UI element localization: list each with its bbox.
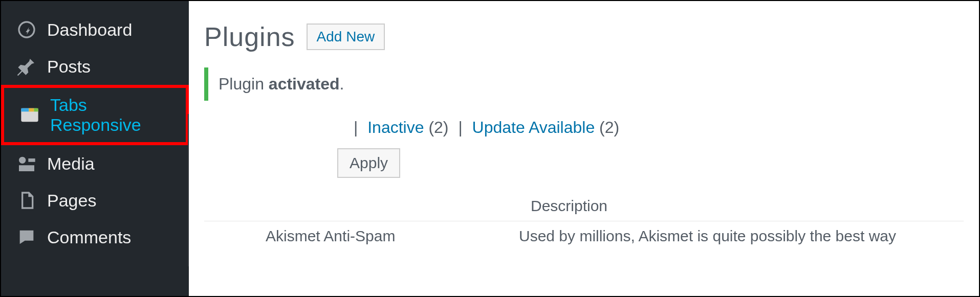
plugins-table-header: Description (204, 191, 964, 221)
sidebar-item-comments[interactable]: Comments (1, 219, 189, 256)
plugin-activated-notice: Plugin activated. (204, 67, 964, 101)
main-content: Plugins Add New Plugin activated. | Inac… (189, 1, 979, 296)
svg-rect-2 (29, 108, 34, 112)
sidebar-item-label: Tabs Responsive (50, 95, 171, 135)
admin-sidebar: Dashboard Posts Tabs Responsive Media Pa… (1, 1, 189, 296)
sidebar-item-dashboard[interactable]: Dashboard (1, 11, 189, 48)
column-description: Description (531, 197, 607, 215)
sidebar-item-tabs-responsive[interactable]: Tabs Responsive (1, 85, 189, 145)
comments-icon (15, 226, 38, 248)
page-header: Plugins Add New (204, 21, 964, 52)
svg-point-4 (19, 157, 26, 164)
pages-icon (15, 189, 38, 212)
dashboard-icon (15, 18, 38, 41)
sidebar-item-label: Media (47, 154, 95, 174)
filter-update-count: (2) (599, 118, 619, 136)
filter-inactive-count: (2) (428, 118, 448, 136)
sidebar-item-label: Posts (47, 57, 91, 77)
plugin-name[interactable]: Akismet Anti-Spam (266, 227, 519, 245)
filter-separator: | (453, 118, 467, 136)
sidebar-item-media[interactable]: Media (1, 145, 189, 182)
sidebar-item-label: Dashboard (47, 20, 132, 40)
svg-rect-1 (21, 108, 29, 112)
sidebar-item-posts[interactable]: Posts (1, 48, 189, 85)
media-icon (15, 152, 38, 175)
filter-separator: | (349, 118, 363, 136)
plugin-description: Used by millions, Akismet is quite possi… (519, 227, 964, 245)
sidebar-item-pages[interactable]: Pages (1, 182, 189, 219)
plugin-filter-links: | Inactive (2) | Update Available (2) (204, 118, 964, 137)
notice-text-prefix: Plugin (219, 75, 269, 93)
filter-inactive-link[interactable]: Inactive (367, 118, 424, 136)
pin-icon (15, 55, 38, 78)
notice-text-strong: activated (269, 75, 340, 93)
sidebar-item-label: Comments (47, 227, 131, 247)
page-title: Plugins (204, 21, 295, 52)
filter-update-link[interactable]: Update Available (472, 118, 595, 136)
bulk-actions-row: Apply (204, 148, 964, 178)
add-new-button[interactable]: Add New (307, 24, 385, 50)
sidebar-item-label: Pages (47, 191, 96, 211)
tabs-icon (18, 104, 41, 126)
notice-text-suffix: . (340, 75, 344, 93)
svg-rect-3 (34, 108, 38, 112)
apply-button[interactable]: Apply (337, 148, 400, 178)
table-row: Akismet Anti-Spam Used by millions, Akis… (204, 221, 964, 245)
